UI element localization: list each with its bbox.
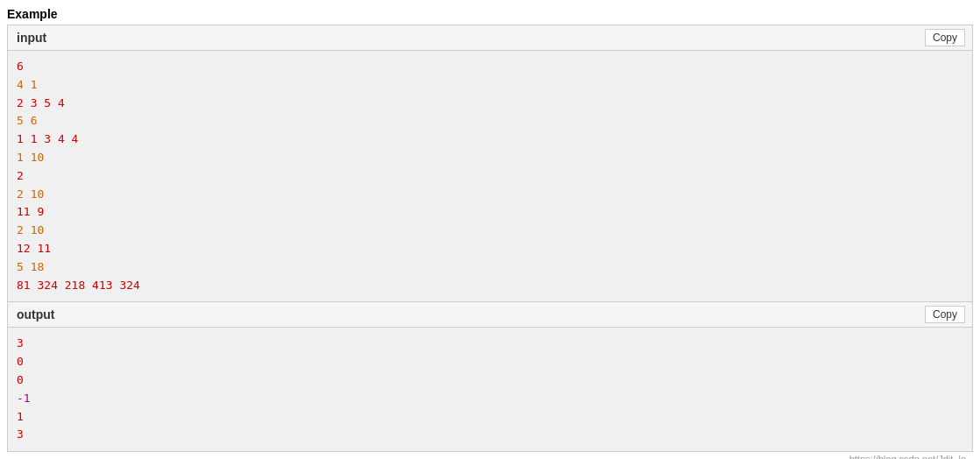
output-line: 0 [17, 353, 963, 371]
input-copy-button[interactable]: Copy [925, 29, 965, 46]
input-content: 64 12 3 5 45 61 1 3 4 41 1022 1011 92 10… [8, 51, 972, 301]
example-title: Example [7, 7, 973, 21]
input-section: input Copy 64 12 3 5 45 61 1 3 4 41 1022… [8, 25, 972, 302]
input-line: 5 6 [17, 112, 963, 131]
output-line: 1 [17, 408, 963, 427]
input-line: 81 324 218 413 324 [17, 277, 963, 295]
input-line: 5 18 [17, 258, 963, 277]
output-line: 3 [17, 335, 963, 353]
output-line: 0 [17, 371, 963, 390]
output-line: -1 [17, 390, 963, 408]
input-line: 2 3 5 4 [17, 95, 963, 113]
input-line: 2 [17, 167, 963, 186]
input-line: 2 10 [17, 186, 963, 204]
output-copy-button[interactable]: Copy [925, 306, 965, 323]
input-line: 1 10 [17, 149, 963, 167]
input-line: 2 10 [17, 222, 963, 240]
input-label: input [17, 31, 46, 45]
input-header: input [8, 25, 972, 51]
input-line: 4 1 [17, 76, 963, 95]
input-line: 6 [17, 58, 963, 76]
output-header: output [8, 302, 972, 328]
footer-url: https://blog.csdn.net/Jdit_le [7, 452, 973, 459]
input-line: 11 9 [17, 203, 963, 222]
input-line: 1 1 3 4 4 [17, 131, 963, 149]
outer-box: input Copy 64 12 3 5 45 61 1 3 4 41 1022… [7, 25, 973, 452]
input-line: 12 11 [17, 240, 963, 258]
output-line: 3 [17, 426, 963, 444]
output-label: output [17, 307, 55, 321]
output-content: 300-113 [8, 328, 972, 451]
output-section: output Copy 300-113 [8, 302, 972, 451]
